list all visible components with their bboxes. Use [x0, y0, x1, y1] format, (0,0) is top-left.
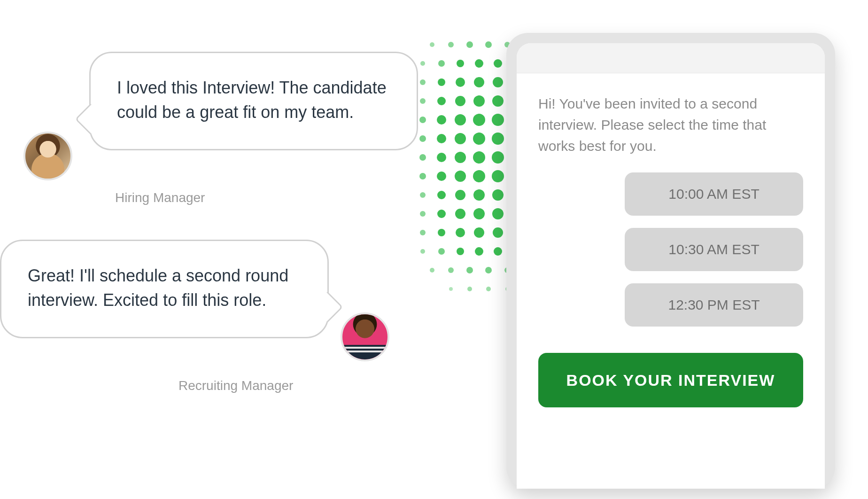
svg-point-80 — [494, 247, 502, 256]
chat-role-label: Hiring Manager — [115, 190, 205, 205]
svg-point-73 — [493, 227, 503, 238]
svg-point-90 — [467, 287, 472, 291]
time-slot-label: 10:30 AM EST — [668, 242, 759, 257]
svg-point-91 — [486, 287, 491, 291]
svg-point-30 — [473, 114, 485, 126]
svg-point-51 — [473, 170, 485, 182]
svg-point-9 — [475, 59, 483, 68]
svg-point-7 — [438, 60, 445, 67]
svg-point-43 — [455, 152, 466, 163]
svg-point-57 — [455, 190, 465, 200]
time-slot-label: 10:00 AM EST — [668, 186, 759, 202]
svg-point-15 — [456, 78, 465, 87]
svg-point-31 — [492, 114, 504, 126]
invite-text: Hi! You've been invited to a second inte… — [538, 93, 803, 156]
svg-point-48 — [419, 173, 426, 179]
chat-bubble: Great! I'll schedule a second round inte… — [0, 240, 329, 338]
svg-point-79 — [475, 247, 483, 256]
svg-point-10 — [494, 59, 502, 68]
svg-point-50 — [455, 171, 466, 182]
avatar-recruiting-manager — [341, 312, 389, 361]
booking-card: Hi! You've been invited to a second inte… — [506, 33, 835, 489]
svg-point-44 — [473, 151, 485, 164]
svg-point-8 — [457, 60, 464, 67]
time-slot-list: 10:00 AM EST 10:30 AM EST 12:30 PM EST — [538, 172, 803, 327]
svg-point-34 — [419, 135, 426, 142]
svg-point-89 — [449, 287, 453, 291]
booking-card-inner: Hi! You've been invited to a second inte… — [517, 43, 825, 489]
svg-point-52 — [492, 170, 504, 182]
svg-point-63 — [437, 210, 446, 218]
svg-point-16 — [474, 77, 484, 87]
svg-point-76 — [420, 249, 425, 254]
svg-point-6 — [420, 61, 425, 66]
svg-point-29 — [455, 114, 466, 125]
book-interview-button[interactable]: BOOK YOUR INTERVIEW — [538, 353, 803, 407]
booking-card-body: Hi! You've been invited to a second inte… — [517, 73, 825, 419]
chat-bubble: I loved this Interview! The candidate co… — [89, 52, 418, 150]
svg-point-0 — [430, 42, 434, 47]
svg-point-77 — [438, 248, 445, 255]
chat-role-label: Recruiting Manager — [178, 378, 293, 393]
svg-point-69 — [420, 230, 426, 235]
svg-point-56 — [437, 191, 446, 199]
svg-point-59 — [492, 189, 504, 201]
svg-point-28 — [437, 115, 446, 125]
book-button-label: BOOK YOUR INTERVIEW — [566, 371, 775, 389]
time-slot-label: 12:30 PM EST — [668, 297, 760, 313]
svg-point-20 — [420, 98, 426, 104]
svg-point-17 — [493, 77, 503, 87]
svg-point-41 — [419, 154, 426, 161]
time-slot-option[interactable]: 10:00 AM EST — [625, 172, 803, 216]
svg-point-71 — [456, 228, 465, 237]
svg-point-49 — [437, 172, 446, 181]
svg-point-83 — [430, 268, 434, 273]
svg-point-55 — [420, 192, 426, 198]
svg-point-21 — [437, 97, 446, 105]
svg-point-1 — [448, 42, 454, 47]
svg-point-23 — [473, 95, 485, 107]
svg-point-72 — [474, 227, 484, 238]
svg-point-58 — [473, 189, 485, 201]
time-slot-option[interactable]: 12:30 PM EST — [625, 283, 803, 327]
svg-point-42 — [437, 153, 446, 162]
chat-text: I loved this Interview! The candidate co… — [117, 78, 387, 122]
svg-point-86 — [485, 267, 492, 273]
svg-point-45 — [492, 151, 504, 164]
time-slot-option[interactable]: 10:30 AM EST — [625, 228, 803, 271]
svg-point-24 — [492, 95, 504, 107]
svg-point-65 — [473, 208, 485, 219]
svg-point-2 — [466, 41, 473, 48]
svg-point-62 — [420, 211, 426, 217]
svg-point-22 — [455, 96, 465, 106]
svg-point-13 — [420, 79, 426, 85]
booking-card-header — [517, 43, 825, 73]
svg-point-14 — [438, 78, 445, 86]
svg-point-66 — [492, 208, 504, 219]
svg-point-35 — [437, 134, 446, 143]
svg-point-64 — [455, 209, 465, 219]
svg-point-27 — [419, 117, 426, 123]
svg-point-38 — [492, 133, 504, 145]
svg-point-36 — [455, 133, 466, 144]
avatar-hiring-manager — [23, 132, 72, 180]
svg-point-84 — [448, 267, 454, 273]
chat-text: Great! I'll schedule a second round inte… — [28, 266, 288, 310]
svg-point-37 — [473, 133, 485, 145]
svg-point-3 — [485, 41, 492, 48]
svg-point-70 — [438, 229, 445, 236]
svg-point-78 — [457, 248, 464, 255]
svg-point-85 — [466, 267, 473, 273]
